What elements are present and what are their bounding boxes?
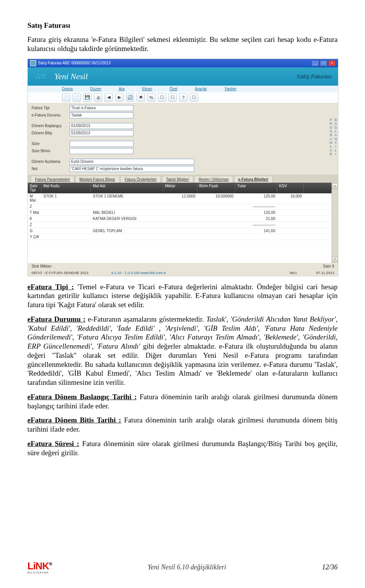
toolbar-button-1[interactable]: 📄: [73, 93, 81, 102]
form-row: Not'CARİ HESAP 1' müşterisine kesilen fa…: [32, 166, 328, 172]
grid-body[interactable]: M MalSTOK 1STOK 1 DENEME12,000010,000000…: [28, 193, 332, 240]
section-heading: Satış Faturası: [27, 21, 338, 30]
scroll-up-button[interactable]: ▴: [332, 183, 338, 189]
form-input[interactable]: 01/09/2013: [70, 123, 133, 129]
form-input[interactable]: [70, 148, 133, 154]
efatura-suresi-paragraph: eFatura Süresi : Fatura döneminin süre o…: [27, 439, 338, 457]
footer-version-url: 6.1.10 - 1.0.0.104 www.link.com.tr: [111, 271, 166, 275]
table-row[interactable]: KKATMA DEGER VERGISI21,60: [28, 216, 332, 222]
table-row[interactable]: Y Çift: [28, 234, 332, 240]
status-satir: Satır 8: [323, 264, 334, 268]
menu-ara[interactable]: Ara: [119, 87, 125, 91]
toolbar-button-11[interactable]: ?: [179, 93, 187, 102]
form-label: Süre Birimi: [32, 149, 70, 153]
tab-efatura-bilgileri[interactable]: e-Fatura Bilgileri: [234, 176, 273, 183]
table-row[interactable]: T MalMAL BEDELİ120,00: [28, 210, 332, 216]
toolbar-button-9[interactable]: ☐: [158, 93, 166, 102]
tab-resim-dokuman[interactable]: Resim / Döküman: [194, 176, 233, 183]
term-efatura-durumu: eFatura Durumu :: [27, 315, 86, 323]
toolbar-button-6[interactable]: 🔄: [126, 93, 134, 102]
tab-musteri-fatura-bilgisi[interactable]: Müşteri-Fatura Bilgisi: [75, 176, 119, 183]
grid-header: Satır Tipi Mal Kodu Mal Adı Miktar Birim…: [28, 183, 332, 193]
footer-doc-title: Yeni Nesil 6.10 değişiklikleri: [52, 563, 322, 571]
efatura-durumu-paragraph: eFatura Durumu : e-Faturanın aşamalarını…: [27, 315, 338, 387]
col-tutar[interactable]: Tutar: [235, 183, 277, 193]
footer-date: 07.11.2013: [316, 271, 334, 275]
form-label: Dönem Bitiş: [32, 131, 70, 135]
form-row: [32, 155, 328, 158]
menubar: Dosya Düzen Ara Ekran Özel Araçlar Yardı…: [28, 86, 338, 92]
efatura-donem-bitis-paragraph: eFatura Dönem Bitis Tarihi : Fatura döne…: [27, 416, 338, 434]
form-row: Dönem Başlangıç01/09/2013: [32, 123, 328, 129]
term-efatura-tipi: eFatura Tipi :: [27, 283, 74, 291]
tab-fatura-ondegerleri[interactable]: Fatura Öndeğerleri: [121, 176, 161, 183]
menu-dosya[interactable]: Dosya: [62, 87, 73, 91]
table-row[interactable]: Z------------------: [28, 222, 332, 228]
form-row: [32, 120, 328, 122]
window-titlebar[interactable]: Satış Faturası ABC 000000002 05/11/2013 …: [28, 59, 338, 67]
link-logo: LiNK® BİLGİSAYAR: [27, 560, 52, 574]
toolbar-button-5[interactable]: ▶: [115, 93, 124, 102]
page-footer: LiNK® BİLGİSAYAR Yeni Nesil 6.10 değişik…: [27, 560, 338, 574]
app-banner: ∴∵ Yeni Nesil Satış Faturası: [28, 67, 338, 86]
form-input[interactable]: Taslak: [70, 112, 133, 118]
status-stok-miktari: Stok Miktarı: [32, 264, 52, 268]
col-mal-adi[interactable]: Mal Adı: [91, 183, 163, 193]
toolbar-button-4[interactable]: ◀: [105, 93, 113, 102]
table-row[interactable]: M MalSTOK 1STOK 1 DENEME12,000010,000000…: [28, 193, 332, 204]
col-miktar[interactable]: Miktar: [163, 183, 197, 193]
footer-page-number: 12/36: [322, 563, 338, 571]
close-button[interactable]: ×: [328, 60, 336, 66]
form-label: e-Fatura Durumu: [32, 113, 70, 117]
form-input[interactable]: Eylül Dönemi: [70, 159, 194, 165]
tab-fatura-parametreleri[interactable]: Fatura Parametreleri: [31, 176, 74, 183]
toolbar: 📄📄💾🖨◀▶🔄✖%☐☐?☐: [28, 92, 338, 103]
table-row[interactable]: Z------------------: [28, 204, 332, 210]
toolbar-button-7[interactable]: ✖: [136, 93, 145, 102]
form-row: Fatura TipiTicari e-Fatura: [32, 105, 328, 111]
app-screenshot: Satış Faturası ABC 000000002 05/11/2013 …: [27, 59, 338, 276]
form-input[interactable]: [70, 141, 133, 147]
col-satir-tipi[interactable]: Satır Tipi: [28, 183, 41, 193]
tab-strip: Fatura Parametreleri Müşteri-Fatura Bilg…: [28, 175, 338, 183]
footer-user: NKA: [290, 271, 297, 275]
vertical-scrollbar[interactable]: ▴ ▾: [332, 183, 338, 263]
efatura-tipi-paragraph: eFatura Tipi : 'Temel e-Fatura ve Ticari…: [27, 282, 338, 309]
banner-decoration: ∴∵: [28, 72, 54, 81]
toolbar-button-0[interactable]: 📄: [62, 93, 70, 102]
window-title: Satış Faturası ABC 000000002 05/11/2013: [38, 61, 111, 65]
side-panel-text[interactable]: BAĞLANTILI PROGRAMLAR: [332, 103, 338, 175]
menu-duzen[interactable]: Düzen: [90, 87, 101, 91]
form-label: Fatura Tipi: [32, 106, 70, 110]
menu-araclar[interactable]: Araçlar: [195, 87, 207, 91]
toolbar-button-8[interactable]: %: [147, 93, 156, 102]
scroll-down-button[interactable]: ▾: [332, 257, 338, 262]
maximize-button[interactable]: □: [320, 60, 327, 66]
table-row[interactable]: GGENEL TOPLAM141,60: [28, 228, 332, 234]
app-footer-strip: 0EFAT - E-FATURA DENEME 2013 6.1.10 - 1.…: [28, 269, 338, 276]
tab-taksit-bilgileri[interactable]: Taksit Bilgileri: [162, 176, 194, 183]
form-label: Not: [32, 167, 70, 171]
toolbar-button-10[interactable]: ☐: [168, 93, 177, 102]
minimize-button[interactable]: _: [311, 60, 319, 66]
menu-yardim[interactable]: Yardım: [224, 87, 236, 91]
form-label: Süre: [32, 142, 70, 146]
col-mal-kodu[interactable]: Mal Kodu: [41, 183, 91, 193]
menu-ozel[interactable]: Özel: [170, 87, 178, 91]
toolbar-button-12[interactable]: ☐: [190, 93, 198, 102]
term-donem-bitis: eFatura Dönem Bitis Tarihi :: [27, 416, 121, 424]
form-input[interactable]: Ticari e-Fatura: [70, 105, 133, 111]
term-donem-baslangic: eFatura Dönem Baslangıç Tarihi :: [27, 393, 137, 401]
brand-logo: Yeni Nesil: [54, 72, 88, 81]
col-kdv[interactable]: KDV: [277, 183, 304, 193]
form-input[interactable]: 'CARİ HESAP 1' müşterisine kesilen fatur…: [70, 166, 194, 172]
col-birim-fiyati[interactable]: Birim Fiyatı: [197, 183, 235, 193]
form-label: Dönem Açıklama: [32, 159, 70, 164]
toolbar-button-2[interactable]: 💾: [83, 93, 92, 102]
form-row: Dönem AçıklamaEylül Dönemi: [32, 159, 328, 165]
form-row: Süre: [32, 141, 328, 147]
toolbar-button-3[interactable]: 🖨: [94, 93, 102, 102]
menu-ekran[interactable]: Ekran: [142, 87, 152, 91]
form-body: Fatura TipiTicari e-Faturae-Fatura Durum…: [28, 103, 338, 175]
form-input[interactable]: 01/09/2013: [70, 130, 133, 136]
